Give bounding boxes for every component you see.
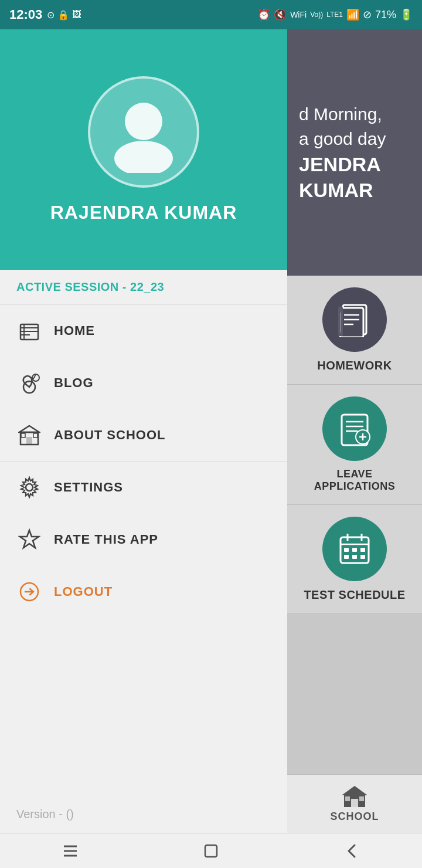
version-text-container: Version - () bbox=[0, 796, 287, 833]
feature-homework[interactable]: HOMEWORK bbox=[287, 276, 422, 385]
settings-label: SETTINGS bbox=[54, 480, 123, 495]
svg-point-29 bbox=[125, 103, 162, 140]
active-session-text: ACTIVE SESSION - 22_23 bbox=[16, 280, 164, 293]
right-panel-bg: d Morning, a good day JENDRA KUMAR HOMEW… bbox=[287, 29, 422, 833]
nav-item-rate-app[interactable]: RATE THIS APP bbox=[0, 514, 287, 566]
svg-rect-20 bbox=[360, 548, 365, 552]
nav-item-settings[interactable]: SETTINGS bbox=[0, 462, 287, 514]
leave-icon bbox=[337, 411, 372, 446]
home-label: HOME bbox=[54, 323, 95, 338]
dnd-icon: ⊘ bbox=[363, 8, 372, 21]
greeting-line1: d Morning, bbox=[299, 102, 410, 127]
lock-icon: 🔒 bbox=[57, 9, 69, 21]
settings-icon bbox=[16, 474, 42, 500]
navigation-drawer: RAJENDRA KUMAR ACTIVE SESSION - 22_23 HO… bbox=[0, 29, 287, 833]
logout-icon bbox=[16, 579, 42, 605]
mute-icon: 🔇 bbox=[274, 8, 287, 21]
lte-icon: LTE1 bbox=[326, 11, 343, 19]
school-nav-item[interactable]: SCHOOL bbox=[330, 785, 379, 823]
svg-point-43 bbox=[26, 484, 33, 491]
battery-percent: 71% bbox=[375, 9, 396, 21]
battery-icon: 🔋 bbox=[400, 8, 413, 21]
home-nav-icon bbox=[202, 842, 220, 860]
alarm-icon: ⏰ bbox=[257, 8, 270, 21]
home-button[interactable] bbox=[188, 839, 234, 863]
rate-app-icon bbox=[16, 527, 42, 552]
leave-icon-circle bbox=[322, 396, 387, 461]
greeting-name1: JENDRA bbox=[299, 151, 410, 177]
blog-icon bbox=[16, 370, 42, 396]
svg-rect-41 bbox=[21, 433, 25, 438]
recent-apps-icon bbox=[62, 843, 79, 859]
nav-items-list: HOME BLOG bbox=[0, 305, 287, 796]
status-bar: 12:03 ⊙ 🔒 🖼 ⏰ 🔇 WiFi Vo)) LTE1 📶 ⊘ 71% 🔋 bbox=[0, 0, 422, 29]
school-nav-icon bbox=[342, 785, 367, 808]
home-icon bbox=[16, 318, 42, 344]
active-session-row: ACTIVE SESSION - 22_23 bbox=[0, 270, 287, 305]
svg-rect-18 bbox=[344, 548, 349, 552]
svg-marker-38 bbox=[19, 426, 39, 432]
svg-rect-28 bbox=[359, 796, 364, 801]
nav-item-about-school[interactable]: ABOUT SCHOOL bbox=[0, 409, 287, 462]
user-name: RAJENDRA KUMAR bbox=[50, 202, 237, 223]
greeting-banner: d Morning, a good day JENDRA KUMAR bbox=[287, 29, 422, 276]
system-nav-bar bbox=[0, 833, 422, 868]
status-icons: ⊙ 🔒 🖼 bbox=[47, 9, 81, 21]
nav-item-home[interactable]: HOME bbox=[0, 305, 287, 357]
homework-label: HOMEWORK bbox=[317, 359, 392, 372]
svg-rect-42 bbox=[33, 433, 38, 438]
nav-item-blog[interactable]: BLOG bbox=[0, 357, 287, 409]
greeting-name2: KUMAR bbox=[299, 177, 410, 203]
svg-rect-19 bbox=[352, 548, 357, 552]
svg-point-30 bbox=[114, 141, 173, 173]
svg-rect-21 bbox=[344, 555, 349, 559]
avatar bbox=[88, 76, 199, 188]
svg-rect-1 bbox=[340, 308, 363, 337]
greeting-line2: a good day bbox=[299, 127, 410, 151]
svg-rect-23 bbox=[360, 555, 365, 559]
nav-item-logout[interactable]: LOGOUT bbox=[0, 566, 287, 618]
signal-icon: Vo)) bbox=[310, 11, 323, 19]
svg-rect-49 bbox=[205, 845, 217, 857]
rate-app-label: RATE THIS APP bbox=[54, 532, 158, 547]
svg-rect-27 bbox=[345, 796, 350, 801]
recent-apps-button[interactable] bbox=[47, 839, 94, 863]
status-right: ⏰ 🔇 WiFi Vo)) LTE1 📶 ⊘ 71% 🔋 bbox=[257, 8, 413, 21]
test-schedule-icon bbox=[337, 531, 372, 567]
back-nav-icon bbox=[343, 843, 360, 859]
test-schedule-icon-circle bbox=[322, 517, 387, 581]
feature-list: HOMEWORK LEAVE APPLICATIONS bbox=[287, 276, 422, 614]
blog-label: BLOG bbox=[54, 375, 94, 391]
avatar-image bbox=[103, 91, 185, 173]
svg-marker-44 bbox=[20, 530, 39, 548]
svg-rect-22 bbox=[352, 555, 357, 559]
status-left: 12:03 ⊙ 🔒 🖼 bbox=[9, 7, 81, 22]
homework-icon-circle bbox=[322, 287, 387, 352]
wifi-icon: WiFi bbox=[290, 10, 307, 19]
about-school-icon bbox=[16, 422, 42, 448]
feature-test-schedule[interactable]: TEST SCHEDULE bbox=[287, 505, 422, 614]
image-icon: 🖼 bbox=[72, 9, 81, 20]
about-school-label: ABOUT SCHOOL bbox=[54, 428, 165, 443]
svg-marker-24 bbox=[342, 786, 367, 795]
feature-leave[interactable]: LEAVE APPLICATIONS bbox=[287, 385, 422, 505]
leave-label: LEAVE APPLICATIONS bbox=[314, 468, 396, 493]
version-label: Version - () bbox=[16, 808, 74, 820]
svg-rect-40 bbox=[26, 437, 32, 445]
school-nav-label: SCHOOL bbox=[330, 811, 379, 823]
test-schedule-label: TEST SCHEDULE bbox=[304, 588, 405, 602]
homework-icon bbox=[337, 302, 372, 337]
svg-rect-26 bbox=[351, 799, 358, 807]
logout-label: LOGOUT bbox=[54, 584, 113, 599]
back-button[interactable] bbox=[328, 839, 375, 863]
bottom-nav-school[interactable]: SCHOOL bbox=[287, 774, 422, 833]
drawer-header: RAJENDRA KUMAR bbox=[0, 29, 287, 270]
user-status-icon: ⊙ bbox=[47, 9, 55, 21]
status-time: 12:03 bbox=[9, 7, 42, 22]
signal-bars-icon: 📶 bbox=[346, 8, 359, 21]
